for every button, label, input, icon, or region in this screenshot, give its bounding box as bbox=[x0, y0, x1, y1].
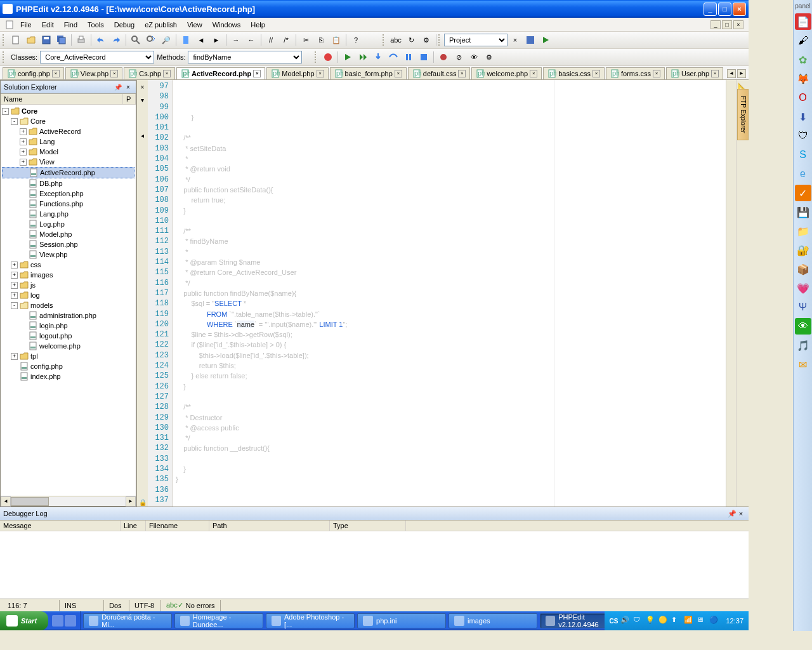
debug-continue-button[interactable] bbox=[356, 50, 370, 64]
firefox-icon[interactable]: 🦊 bbox=[795, 70, 811, 87]
code-line[interactable]: if ($line['id_'.$this->table] > 0) { bbox=[176, 340, 726, 350]
debug-stop-button[interactable] bbox=[417, 50, 431, 64]
clock[interactable]: 12:37 bbox=[726, 617, 743, 625]
clear-breakpoints-button[interactable]: ⊘ bbox=[452, 50, 466, 64]
tree-folder-item[interactable]: +css bbox=[2, 260, 134, 270]
project-save-button[interactable] bbox=[523, 33, 537, 47]
code-line[interactable]: /** bbox=[176, 402, 726, 412]
next-bookmark-button[interactable]: ► bbox=[209, 33, 223, 47]
code-line[interactable] bbox=[176, 123, 726, 133]
code-line[interactable]: * @return void bbox=[176, 164, 726, 174]
tree-toggle-button[interactable]: + bbox=[11, 282, 18, 289]
tray-icon[interactable]: 🔵 bbox=[709, 616, 719, 626]
code-line[interactable] bbox=[176, 505, 726, 507]
tree-toggle-button[interactable]: + bbox=[20, 159, 27, 166]
panel-collapse-button[interactable]: × bbox=[138, 83, 147, 91]
tree-toggle-button[interactable]: - bbox=[2, 108, 9, 115]
open-button[interactable] bbox=[24, 33, 38, 47]
prev-bookmark-button[interactable]: ◄ bbox=[194, 33, 208, 47]
code-line[interactable]: */ bbox=[176, 175, 726, 185]
tab-close-button[interactable]: × bbox=[458, 70, 466, 77]
opera-icon[interactable]: O bbox=[795, 90, 811, 106]
menu-file[interactable]: File bbox=[15, 20, 37, 30]
debugger-column-header[interactable]: Filename bbox=[146, 521, 209, 531]
panel-pin-button[interactable]: 📌 bbox=[114, 83, 122, 91]
menu-tools[interactable]: Tools bbox=[82, 20, 109, 30]
taskbar-task-button[interactable]: images bbox=[449, 613, 537, 628]
code-line[interactable]: } bbox=[176, 206, 726, 216]
tree-toggle-button[interactable]: + bbox=[20, 149, 27, 156]
mdi-restore-button[interactable]: □ bbox=[722, 20, 732, 29]
tree-folder-item[interactable]: -models bbox=[2, 300, 134, 310]
tree-file-item[interactable]: Model.php bbox=[2, 229, 134, 239]
code-line[interactable]: * @return Core_ActiveRecord_User bbox=[176, 267, 726, 277]
spellcheck-button[interactable]: abc bbox=[389, 33, 403, 47]
tab-close-button[interactable]: × bbox=[653, 70, 660, 77]
refresh-button[interactable]: ↻ bbox=[404, 33, 418, 47]
tab-close-button[interactable]: × bbox=[163, 70, 171, 77]
solution-tree[interactable]: -Core-Core+ActiveRecord+Lang+Model+ViewA… bbox=[1, 105, 136, 496]
tree-file-item[interactable]: ActiveRecord.php bbox=[2, 167, 134, 178]
code-line[interactable]: $line = $this->db->getRow($sql); bbox=[176, 329, 726, 340]
settings-button[interactable]: ⚙ bbox=[419, 33, 433, 47]
code-line[interactable]: public function setSiteData(){ bbox=[176, 185, 726, 195]
debug-step-over-button[interactable] bbox=[386, 50, 400, 64]
check-icon[interactable]: ✓ bbox=[795, 185, 811, 201]
find-button[interactable] bbox=[129, 33, 143, 47]
paint-icon[interactable]: 🖌 bbox=[795, 32, 811, 49]
download-icon[interactable]: ⬇ bbox=[795, 109, 811, 125]
document-tab[interactable]: phpView.php× bbox=[65, 67, 122, 79]
menu-windows[interactable]: Windows bbox=[207, 20, 246, 30]
panel-close-button[interactable]: × bbox=[737, 509, 745, 518]
tree-file-item[interactable]: administration.php bbox=[2, 310, 134, 321]
tree-file-item[interactable]: Session.php bbox=[2, 239, 134, 249]
code-line[interactable] bbox=[176, 216, 726, 226]
document-tab[interactable]: phpModel.php× bbox=[266, 67, 328, 79]
mdi-close-button[interactable]: × bbox=[733, 20, 743, 29]
tree-horizontal-scrollbar[interactable]: ◄ ► bbox=[1, 496, 136, 506]
tree-file-item[interactable]: logout.php bbox=[2, 331, 134, 341]
ftp-explorer-tab[interactable]: FTP Explorer bbox=[737, 89, 749, 140]
tab-close-button[interactable]: × bbox=[530, 70, 537, 77]
document-tab[interactable]: phpUser.php× bbox=[666, 67, 723, 79]
tab-close-button[interactable]: × bbox=[253, 70, 261, 77]
new-file-button[interactable] bbox=[9, 33, 23, 47]
code-line[interactable] bbox=[176, 392, 726, 402]
close-button[interactable]: × bbox=[733, 3, 746, 16]
code-line[interactable]: } bbox=[176, 112, 726, 123]
ie-icon[interactable]: e bbox=[795, 166, 811, 182]
tree-file-item[interactable]: Exception.php bbox=[2, 189, 134, 199]
tree-folder-item[interactable]: +js bbox=[2, 280, 134, 290]
tree-toggle-button[interactable]: + bbox=[20, 128, 27, 135]
tray-icon[interactable]: 🟡 bbox=[658, 616, 669, 626]
code-line[interactable]: */ bbox=[176, 433, 726, 443]
tree-toggle-button[interactable]: + bbox=[11, 353, 18, 360]
debugger-column-header[interactable]: Message bbox=[0, 521, 121, 531]
save-icon[interactable]: 💾 bbox=[795, 204, 811, 220]
document-tab[interactable]: phpActiveRecord.php× bbox=[176, 67, 265, 79]
replace-button[interactable] bbox=[144, 33, 158, 47]
column-p[interactable]: P bbox=[123, 94, 136, 104]
code-line[interactable]: */ bbox=[176, 278, 726, 288]
start-button[interactable]: Start bbox=[0, 611, 48, 630]
editor-vertical-scrollbar[interactable] bbox=[726, 80, 736, 507]
tab-close-button[interactable]: × bbox=[52, 70, 60, 77]
tree-file-item[interactable]: Log.php bbox=[2, 219, 134, 229]
tree-file-item[interactable]: index.php bbox=[2, 371, 134, 381]
debugger-column-header[interactable]: Line bbox=[121, 521, 146, 531]
debug-step-into-button[interactable] bbox=[371, 50, 385, 64]
code-line[interactable]: } bbox=[176, 381, 726, 392]
toolbar-grip[interactable] bbox=[3, 34, 6, 46]
comment-button[interactable]: // bbox=[264, 33, 278, 47]
tray-icon[interactable]: ⬆ bbox=[671, 616, 681, 626]
maximize-button[interactable]: □ bbox=[718, 3, 731, 16]
tray-icon[interactable]: 🖥 bbox=[697, 616, 707, 626]
code-line[interactable] bbox=[176, 495, 726, 505]
code-line[interactable]: FROM `".table_name($this->table)."` bbox=[176, 309, 726, 319]
tree-folder-item[interactable]: +tpl bbox=[2, 351, 134, 361]
toolbar-grip[interactable] bbox=[315, 51, 318, 63]
minimize-button[interactable]: _ bbox=[704, 3, 717, 16]
shield-icon[interactable]: 🛡 bbox=[795, 128, 811, 144]
tab-close-button[interactable]: × bbox=[711, 70, 719, 77]
tree-toggle-button[interactable]: + bbox=[20, 138, 27, 145]
